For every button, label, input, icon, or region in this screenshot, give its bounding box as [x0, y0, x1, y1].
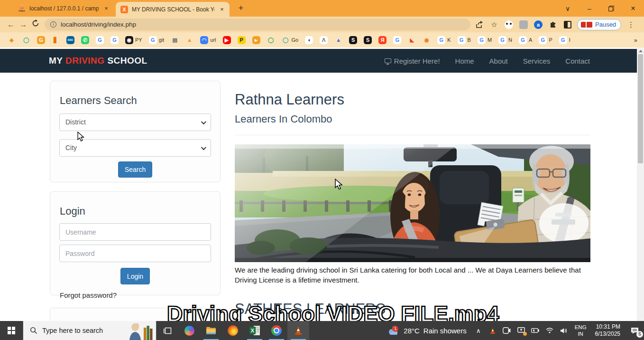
s-dark-icon[interactable]: S	[364, 36, 372, 44]
bookmarks-overflow-icon[interactable]: »	[634, 37, 637, 44]
p-yellow-icon[interactable]: P	[238, 36, 246, 44]
battery-icon[interactable]	[530, 321, 541, 340]
task-view-button[interactable]	[156, 321, 178, 340]
google-icon[interactable]: GN	[498, 36, 512, 44]
extensions-puzzle-icon[interactable]	[548, 19, 558, 30]
username-field[interactable]	[59, 223, 211, 241]
tab-close-icon[interactable]: ×	[102, 5, 110, 12]
nav-label: Contact	[565, 57, 590, 65]
new-tab-button[interactable]: +	[236, 4, 246, 13]
back-icon[interactable]: ←	[5, 19, 17, 31]
tray-screenshare-icon[interactable]	[515, 321, 527, 340]
matlab-icon[interactable]: ◣	[408, 36, 416, 44]
camera-icon[interactable]: ▸	[252, 36, 260, 44]
tab-driving-school[interactable]: X MY DRIVING SCHOOL - Book You ×	[116, 2, 230, 17]
forgot-password-link[interactable]: Forgot password?	[60, 291, 117, 299]
tab-phpmyadmin[interactable]: PMA localhost / 127.0.0.1 / campus / u ×	[13, 0, 114, 17]
ieee-icon[interactable]: IEEE	[66, 36, 74, 44]
excel-button[interactable]: X	[244, 321, 266, 340]
firefox-button[interactable]	[222, 321, 244, 340]
google-icon[interactable]: GP	[539, 36, 552, 44]
minimize-button[interactable]: –	[579, 0, 600, 17]
file-explorer-button[interactable]	[200, 321, 222, 340]
page-scrollbar[interactable]	[637, 47, 644, 321]
pycharm-icon[interactable]: ◆	[8, 36, 16, 44]
tab-title: MY DRIVING SCHOOL - Book You	[132, 6, 214, 13]
google-icon[interactable]: G	[96, 36, 104, 44]
learners-search-panel: Learners Search District City Search	[50, 81, 221, 182]
google-icon[interactable]: G	[393, 36, 401, 44]
tab-search-chevron-icon[interactable]: ∨	[557, 0, 579, 17]
search-button[interactable]: Search	[118, 161, 152, 178]
panda-extension-icon[interactable]	[504, 19, 514, 30]
forward-icon[interactable]: →	[17, 19, 29, 31]
taskbar-clock[interactable]: 10:31 PM 6/13/2025	[590, 323, 625, 338]
tray-vlc-icon[interactable]	[487, 321, 498, 340]
teal-ring-icon[interactable]: ◯Go	[282, 36, 299, 44]
google-icon[interactable]: GI	[559, 36, 570, 44]
eye-icon[interactable]: ◉	[423, 36, 431, 44]
tray-chevron-icon[interactable]: ∧	[473, 321, 484, 340]
nav-register[interactable]: Register Here!	[385, 57, 440, 65]
google-icon[interactable]: Ggit	[149, 36, 165, 44]
nav-contact[interactable]: Contact	[565, 57, 590, 65]
github-icon[interactable]: ◉PY	[125, 36, 142, 44]
tray-meet-icon[interactable]	[501, 321, 513, 340]
bookmarks-bar: ◆◯G▋IEEE✆GG◉PYGgit▤▲◠url▶P▸◯◯Go◖Λ▲SSЯG◣◉…	[0, 32, 644, 47]
chevron-down-icon	[201, 119, 206, 124]
google-icon[interactable]: GB	[458, 36, 471, 44]
reading-mode-icon[interactable]	[562, 19, 573, 30]
tab-close-icon[interactable]: ×	[218, 6, 226, 13]
start-button[interactable]	[0, 321, 23, 340]
close-button[interactable]: ×	[622, 0, 644, 17]
pma-flame-icon[interactable]: ▲	[185, 36, 193, 44]
chrome-button[interactable]	[266, 321, 287, 340]
google-icon[interactable]: GA	[519, 36, 532, 44]
gray-extension-icon[interactable]	[518, 19, 529, 30]
nav-about[interactable]: About	[489, 57, 508, 65]
reload-icon[interactable]	[29, 19, 42, 31]
phpmyadmin-icon[interactable]: ▤	[171, 36, 179, 44]
google-icon[interactable]: GK	[437, 36, 451, 44]
address-bar[interactable]: i localhost/driving/index.php	[45, 19, 470, 30]
district-select[interactable]: District	[59, 113, 211, 131]
penguin-icon[interactable]: ◖	[305, 36, 313, 44]
maximize-button[interactable]	[600, 0, 622, 17]
browser-menu-icon[interactable]: ⋮	[627, 20, 635, 29]
login-button[interactable]: Login	[120, 268, 150, 284]
google-icon[interactable]: GM	[478, 36, 492, 44]
whatsapp-icon[interactable]: ✆	[81, 36, 89, 44]
bookmarks-items: ◆◯G▋IEEE✆GG◉PYGgit▤▲◠url▶P▸◯◯Go◖Λ▲SSЯG◣◉…	[8, 36, 577, 44]
language-indicator[interactable]: ENG IN	[571, 324, 590, 337]
password-field[interactable]	[59, 245, 211, 262]
scroll-up-icon[interactable]	[639, 50, 643, 52]
teal-ring-icon[interactable]: ◯	[22, 36, 30, 44]
adguard-extension-icon[interactable]: a	[533, 19, 543, 30]
youtube-icon[interactable]: ▶	[223, 36, 231, 44]
mountain-icon[interactable]: ▲	[334, 36, 342, 44]
site-brand[interactable]: MY DRIVING SCHOOL	[49, 56, 147, 66]
orange-g-app-icon[interactable]: G	[37, 36, 45, 44]
extension-paused-pill[interactable]: Paused	[577, 19, 621, 30]
google-icon[interactable]: G	[110, 36, 119, 44]
s-dark-icon[interactable]: S	[349, 36, 357, 44]
taskbar-search[interactable]: Type here to search	[23, 321, 156, 340]
nav-home[interactable]: Home	[455, 57, 474, 65]
yandex-icon[interactable]: Я	[378, 36, 386, 44]
vlc-button[interactable]	[287, 321, 309, 340]
green-ring-icon[interactable]: ◯	[267, 36, 275, 44]
weather-widget[interactable]: 1 28°C Rain showers	[383, 321, 471, 340]
drive-url-icon[interactable]: ◠url	[200, 36, 216, 44]
nav-services[interactable]: Services	[523, 57, 551, 65]
share-icon[interactable]	[474, 19, 485, 30]
copilot-button[interactable]	[178, 321, 200, 340]
notification-center-button[interactable]: 6	[625, 321, 644, 340]
figure-icon[interactable]: Λ	[320, 36, 328, 44]
scrollbar-thumb[interactable]	[638, 54, 643, 163]
page-subtitle: Learners In Colombo	[235, 113, 332, 125]
analytics-icon[interactable]: ▋	[52, 36, 60, 44]
site-info-icon[interactable]: i	[50, 21, 56, 28]
wifi-icon[interactable]	[544, 321, 555, 340]
volume-icon[interactable]	[558, 321, 570, 340]
bookmark-star-icon[interactable]: ☆	[489, 19, 499, 30]
